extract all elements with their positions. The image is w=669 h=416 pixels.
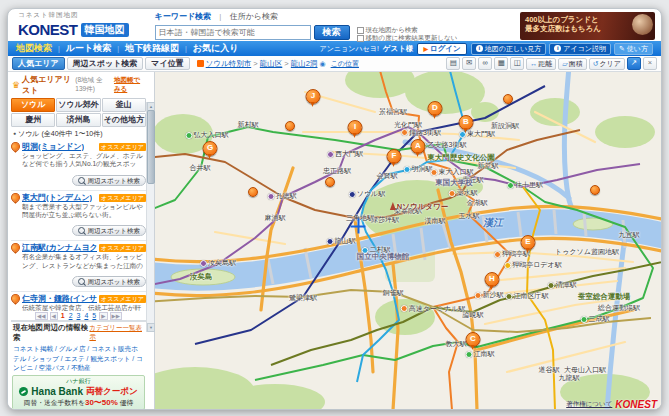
- tool-button-2[interactable]: ▱面積: [558, 58, 586, 70]
- station-label: ソウル駅: [349, 189, 386, 199]
- map-marker-B[interactable]: B: [459, 115, 474, 130]
- map-marker-dot-5[interactable]: [325, 177, 335, 187]
- nav-item-3[interactable]: 地下鉄路線図: [125, 42, 179, 55]
- banner-ad[interactable]: 400以上のブランドと 最多支店数はもちろん: [520, 12, 655, 40]
- mail-icon[interactable]: ✉: [462, 57, 476, 70]
- page-number-3[interactable]: 3: [77, 312, 81, 319]
- sidebar-tab-2[interactable]: 周辺スポット検索: [67, 57, 144, 70]
- map-marker-dot-4[interactable]: [590, 185, 600, 195]
- map-marker-J[interactable]: J: [306, 89, 321, 104]
- station-label: 教大駅: [446, 339, 467, 349]
- search-area: キーワード検索 | 住所から検索 検索 現在地図から検索 移動の度に検索結果更新…: [155, 11, 458, 42]
- map-marker-E[interactable]: E: [521, 235, 536, 250]
- station-name: 往十里駅: [515, 180, 543, 190]
- map-marker-I[interactable]: I: [348, 120, 363, 135]
- region-tab-1[interactable]: ソウル: [11, 98, 55, 112]
- nav-button-1[interactable]: i地図の正しい見方: [471, 43, 547, 55]
- logo[interactable]: コネスト韓国地図 KONEST 韓国地図: [18, 11, 129, 38]
- spot-title-link[interactable]: 東大門(トンデムン): [22, 192, 92, 203]
- region-tab-6[interactable]: その他地方: [102, 113, 146, 127]
- station-label: 金湖駅: [467, 198, 488, 208]
- nav-button-3[interactable]: ✎使い方: [614, 43, 653, 55]
- station-name: 孔徳駅: [276, 191, 297, 201]
- list-item: 東大門(トンデムン)オススメエリア朝まで営業する大型ファッションビルや問屋街が立…: [11, 191, 146, 241]
- sidebar-scrollbar[interactable]: ▲ ▼: [146, 102, 154, 332]
- tool-button-3[interactable]: ↺クリア: [589, 58, 625, 70]
- region-tab-3[interactable]: 釜山: [102, 98, 146, 112]
- reset-icon: ↺: [593, 59, 599, 69]
- breadcrumb-item-2[interactable]: 龍山区: [260, 59, 283, 68]
- nearby-spot-search-button[interactable]: 周辺スポット検索: [72, 225, 146, 236]
- map-marker-D[interactable]: D: [428, 101, 443, 116]
- login-button[interactable]: ▶ ログイン: [417, 43, 466, 55]
- breadcrumb-item-1[interactable]: ソウル特別市: [206, 59, 252, 68]
- search-option-no-refresh[interactable]: 移動の度に検索結果更新しない: [357, 34, 458, 42]
- tool-button-label: 距離: [538, 59, 552, 69]
- search-button[interactable]: 検索: [314, 25, 350, 40]
- station-label: 鐘路3街駅: [401, 128, 441, 138]
- location-icon: [197, 60, 204, 67]
- station-label: 乙支路3街駅: [420, 140, 467, 150]
- print-icon[interactable]: ▤: [446, 57, 460, 70]
- map-marker-F[interactable]: F: [387, 149, 402, 164]
- region-tab-4[interactable]: 慶州: [11, 113, 55, 127]
- map-view-link[interactable]: 地図帳でみる: [114, 76, 145, 94]
- keyword-search-link[interactable]: キーワード検索: [155, 12, 212, 21]
- page-number-2[interactable]: 2: [69, 312, 73, 319]
- nearby-spot-search-label: 周辺スポット検索: [87, 226, 140, 235]
- page-prev-button[interactable]: ◀: [50, 312, 58, 320]
- category-list-link[interactable]: カテゴリー一覧表示: [89, 324, 144, 342]
- hana-bank-banner[interactable]: ハナ銀行 Hana Bank 両替クーポン 両替・送金手数料を30〜50% 優待: [12, 375, 145, 410]
- magnifier-icon: [78, 177, 85, 184]
- nearby-spot-search-button[interactable]: 周辺スポット検索: [72, 276, 146, 287]
- checkbox-icon[interactable]: [357, 27, 364, 34]
- nearby-spot-search-button[interactable]: 周辺スポット検索: [72, 175, 146, 186]
- scroll-down-icon[interactable]: ▼: [147, 323, 155, 332]
- map-icon[interactable]: ◫: [510, 57, 524, 70]
- nav-item-1[interactable]: 地図検索: [16, 42, 52, 55]
- expand-icon[interactable]: ↗: [627, 57, 641, 70]
- scrollbar-thumb[interactable]: [147, 110, 155, 184]
- link-icon[interactable]: ∞: [478, 57, 492, 70]
- station-label: 景福宮駅: [379, 107, 407, 117]
- region-tab-5[interactable]: 済州島: [56, 113, 100, 127]
- page-number-4[interactable]: 4: [84, 312, 88, 319]
- checkbox-icon[interactable]: [357, 35, 364, 42]
- photo-icon[interactable]: ▦: [494, 57, 508, 70]
- page-number-5[interactable]: 5: [92, 312, 96, 319]
- breadcrumb-item-3[interactable]: 龍山2洞: [291, 59, 318, 68]
- map-marker-C[interactable]: C: [466, 332, 481, 347]
- tool-button-1[interactable]: ↔距離: [526, 58, 556, 70]
- map-marker-G[interactable]: G: [203, 141, 218, 156]
- copyright-link[interactable]: 著作権について: [566, 400, 612, 409]
- map-marker-H[interactable]: H: [485, 272, 500, 287]
- spot-title-link[interactable]: 明洞(ミョンドン): [22, 141, 84, 152]
- address-search-link[interactable]: 住所から検索: [230, 12, 278, 21]
- map-marker-dot-1[interactable]: [503, 94, 513, 104]
- page-number-1[interactable]: 1: [61, 312, 65, 319]
- info-category-links[interactable]: コネスト掲載 / グルメ店 / コネスト販売ホテル / ショップ / エステ /…: [11, 344, 146, 373]
- map-marker-dot-2[interactable]: [285, 121, 295, 131]
- place-label: 東国大学校: [435, 178, 473, 188]
- region-tab-2[interactable]: ソウル郊外: [56, 98, 100, 112]
- page-last-button[interactable]: ▶▶: [110, 312, 122, 320]
- search-option-current-map[interactable]: 現在地図から検索: [357, 26, 458, 34]
- sidebar-tab-3[interactable]: マイ位置: [145, 57, 189, 70]
- spot-description: 伝統茶屋や韓定食店、伝統工芸品店が軒を連ね、伝統の香りが漂う。: [22, 304, 146, 311]
- spot-title-link[interactable]: 仁寺洞・鍾路(インサドン・チョンノ): [22, 293, 97, 304]
- position-link[interactable]: この位置: [331, 59, 359, 69]
- sidebar-tab-1[interactable]: 人気エリア: [12, 57, 65, 70]
- page-first-button[interactable]: ◀◀: [35, 312, 47, 320]
- tool-button-label: 面積: [569, 59, 583, 69]
- nav-button-2[interactable]: iアイコン説明: [549, 43, 611, 55]
- nav-item-4[interactable]: お気に入り: [193, 42, 239, 55]
- map-canvas[interactable]: 景福宮駅光化門駅鐘路3街駅乙支路3街駅東大門駅新設洞駅西大門駅忠正路駅ソウル駅会…: [155, 72, 661, 410]
- map-marker-dot-3[interactable]: [248, 187, 258, 197]
- map-marker-A[interactable]: A: [411, 139, 426, 154]
- spot-title-link[interactable]: 江南駅(カンナムヨク): [22, 242, 97, 253]
- nav-item-2[interactable]: ルート検索: [66, 42, 111, 55]
- page-next-button[interactable]: ▶: [99, 312, 107, 320]
- search-input[interactable]: [155, 25, 311, 40]
- nav-separator: |: [117, 45, 119, 52]
- close-icon[interactable]: ×: [643, 57, 657, 70]
